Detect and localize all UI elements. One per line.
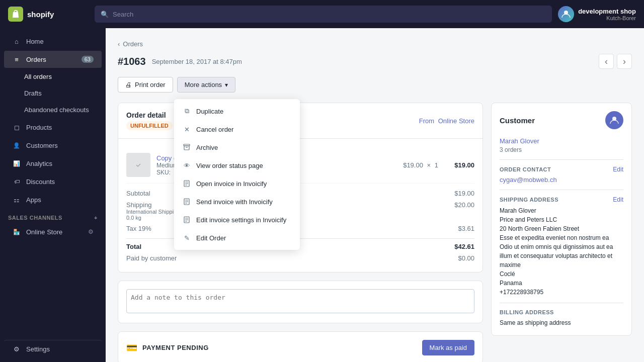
total-value: $42.61 <box>454 243 474 250</box>
search-bar[interactable]: 🔍 <box>95 6 552 23</box>
sidebar-item-settings[interactable]: Settings <box>4 340 102 357</box>
more-actions-dropdown: ⧉ Duplicate ✕ Cancel order Arch <box>174 99 300 250</box>
view-status-icon: 👁 <box>182 161 191 170</box>
settings-icon <box>12 344 21 353</box>
subtotal-value: $19.00 <box>454 190 474 197</box>
next-order-button[interactable] <box>617 54 632 69</box>
drafts-label: Drafts <box>24 89 42 97</box>
payment-status: PAYMENT PENDING <box>142 344 209 351</box>
settings-label: Settings <box>26 345 50 353</box>
sidebar-item-products[interactable]: Products <box>4 119 102 136</box>
breadcrumb[interactable]: ‹ Orders <box>118 40 632 48</box>
breadcrumb-arrow: ‹ <box>118 40 120 48</box>
dropdown-item-edit-order[interactable]: ✎ Edit Order <box>174 229 300 247</box>
note-card <box>118 281 483 323</box>
shipping-section-header: SHIPPING ADDRESS Edit <box>500 196 623 203</box>
abandoned-label: Abandoned checkouts <box>24 106 89 114</box>
svg-rect-6 <box>133 160 143 170</box>
prev-order-button[interactable] <box>599 54 614 69</box>
item-image <box>126 153 150 177</box>
billing-label: BILLING ADDRESS <box>500 309 554 315</box>
duplicate-label: Duplicate <box>196 108 223 115</box>
customer-info: Marah Glover 3 orders <box>500 137 623 153</box>
logo[interactable]: shopify <box>8 7 89 22</box>
account-name: development shop <box>578 8 636 15</box>
online-store-label: Online Store <box>26 228 62 236</box>
sidebar-label-customers: Customers <box>26 142 58 149</box>
all-orders-label: All orders <box>24 73 52 80</box>
sidebar-label-products: Products <box>26 124 52 131</box>
note-body <box>118 281 482 323</box>
shipping-address: Marah Glover Price and Peters LLC 20 Nor… <box>500 206 623 297</box>
search-input[interactable] <box>113 11 546 18</box>
dropdown-item-view-status[interactable]: 👁 View order status page <box>174 156 300 174</box>
dropdown-item-edit-invoice-settings[interactable]: Edit invoice settings in Invoicify <box>174 211 300 229</box>
nav-arrows <box>599 54 632 69</box>
paid-label: Paid by customer <box>126 254 177 262</box>
sidebar-item-online-store[interactable]: Online Store ⚙ <box>4 223 102 240</box>
customer-header: Customer <box>500 111 623 129</box>
shipping-value: $20.00 <box>454 201 474 221</box>
item-quantity: 1 <box>435 161 438 169</box>
sidebar-item-discounts[interactable]: Discounts <box>4 173 102 190</box>
discounts-icon <box>12 177 21 186</box>
sidebar-item-drafts[interactable]: Drafts <box>4 85 102 101</box>
dropdown-item-open-invoice[interactable]: Open invoice in Invoicify <box>174 174 300 193</box>
print-label: Print order <box>135 81 166 88</box>
shipping-label: SHIPPING ADDRESS <box>500 197 558 203</box>
shipping-edit-link[interactable]: Edit <box>613 196 623 203</box>
billing-address: Same as shipping address <box>500 318 623 327</box>
view-status-label: View order status page <box>196 162 263 169</box>
add-channel-icon[interactable]: + <box>94 215 98 221</box>
online-store-settings-icon[interactable]: ⚙ <box>88 228 94 235</box>
archive-label: Archive <box>196 144 218 151</box>
left-column: Order detail UNFULFILLED From Online Sto… <box>118 103 483 362</box>
logo-icon <box>8 7 23 22</box>
dropdown-item-cancel-order[interactable]: ✕ Cancel order <box>174 120 300 138</box>
shipping-method: International Shipping 0.0 kg <box>126 209 180 221</box>
sidebar-item-analytics[interactable]: Analytics <box>4 155 102 172</box>
mark-as-paid-label: Mark as paid <box>430 344 467 351</box>
chevron-right-icon <box>623 56 626 67</box>
send-invoice-icon <box>182 197 191 206</box>
dropdown-item-archive[interactable]: Archive <box>174 138 300 156</box>
sidebar-item-apps[interactable]: Apps <box>4 191 102 208</box>
note-input[interactable] <box>126 289 474 313</box>
open-invoice-icon <box>182 179 191 188</box>
send-invoice-label: Send invoice with Invoicify <box>196 198 273 206</box>
toolbar: 🖨 Print order More actions ⧉ Duplicate ✕… <box>118 77 632 93</box>
contact-email[interactable]: cygav@mobweb.ch <box>500 176 623 184</box>
logo-text: shopify <box>27 10 54 19</box>
contact-edit-link[interactable]: Edit <box>613 166 623 173</box>
mark-as-paid-button[interactable]: Mark as paid <box>422 340 474 355</box>
customer-name[interactable]: Marah Glover <box>500 137 623 145</box>
sidebar-item-abandoned[interactable]: Abandoned checkouts <box>4 102 102 118</box>
customer-avatar <box>605 111 623 129</box>
item-x: × <box>427 161 431 169</box>
sidebar-item-orders[interactable]: Orders 63 <box>4 51 102 68</box>
customer-card: Customer Marah Glover 3 orders <box>491 103 632 336</box>
right-column: Customer Marah Glover 3 orders <box>491 103 632 362</box>
dropdown-item-duplicate[interactable]: ⧉ Duplicate <box>174 102 300 120</box>
sidebar-item-home[interactable]: Home <box>4 33 102 50</box>
customer-title: Customer <box>500 116 535 125</box>
edit-order-label: Edit Order <box>196 234 226 242</box>
payment-card-icon: 💳 <box>126 342 137 353</box>
order-detail-body: Copy of Cozy Soft Gloves that you fall a… <box>118 139 482 272</box>
print-order-button[interactable]: 🖨 Print order <box>118 77 173 93</box>
from-source: Online Store <box>438 117 474 125</box>
account-area[interactable]: development shop Kutch-Borer <box>558 6 636 22</box>
dropdown-item-send-invoice[interactable]: Send invoice with Invoicify <box>174 193 300 211</box>
cancel-label: Cancel order <box>196 126 233 133</box>
home-icon <box>12 37 21 46</box>
shipping-label: Shipping <box>126 201 152 209</box>
tax-label: Tax 19% <box>126 225 151 232</box>
sidebar-item-customers[interactable]: Customers <box>4 137 102 154</box>
sidebar: Home Orders 63 All orders Drafts Abandon… <box>0 28 106 362</box>
more-actions-button[interactable]: More actions <box>177 77 235 93</box>
status-badge: UNFULFILLED <box>126 121 173 130</box>
chevron-left-icon <box>605 56 608 67</box>
account-shop: Kutch-Borer <box>578 15 636 21</box>
sidebar-item-all-orders[interactable]: All orders <box>4 69 102 84</box>
sidebar-label-analytics: Analytics <box>26 160 52 167</box>
